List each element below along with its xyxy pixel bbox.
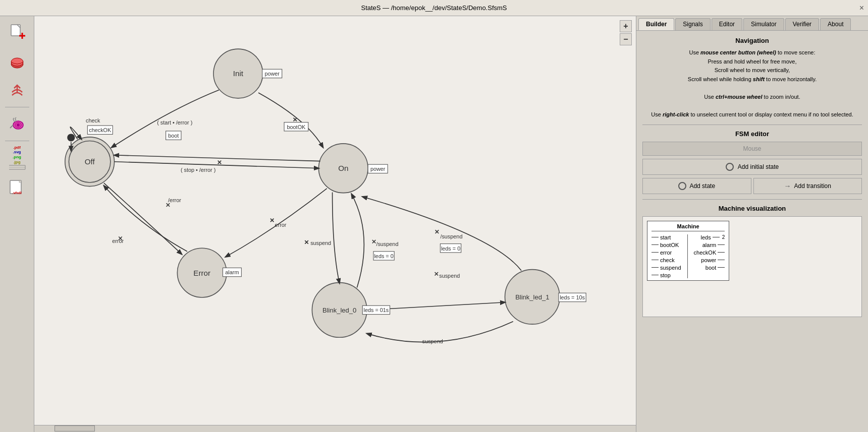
output-line-leds <box>713 237 720 237</box>
open-file-button[interactable] <box>4 47 31 75</box>
fsm-diagram[interactable]: Init Off On Error Blink_led_0 Blink_led_… <box>34 16 636 432</box>
tab-editor[interactable]: Editor <box>712 18 742 30</box>
label-error-on: error <box>275 222 287 228</box>
snail-tool-button[interactable] <box>4 110 31 138</box>
export-pdf-label: .pdf <box>13 145 21 150</box>
input-check: check <box>652 257 681 263</box>
add-transition-button[interactable]: → Add transition <box>753 178 862 194</box>
output-label-alarm: alarm <box>702 242 717 248</box>
title-bar: StateS — /home/epok__/dev/StateS/Demo.Sf… <box>0 0 868 16</box>
close-button[interactable]: × <box>859 4 864 13</box>
state-blink0-label: Blink_led_0 <box>322 306 356 314</box>
machine-signals: start bootOK error <box>652 234 725 278</box>
divider-2 <box>642 199 862 200</box>
export-image-button[interactable]: .pdf .svg .png .jpg <box>4 144 31 171</box>
state-transition-row: Add state → Add transition <box>642 178 862 194</box>
label-leds10s: leds = 10s <box>560 294 585 300</box>
input-line-start <box>652 237 659 237</box>
trans-init-off[interactable] <box>112 90 219 148</box>
label-suspend-b1: suspend <box>439 273 460 279</box>
svg-line-14 <box>15 117 16 118</box>
panel-content: Navigation Use mouse center button (whee… <box>636 31 868 432</box>
trans-blink0-on[interactable] <box>352 194 364 288</box>
input-label-error: error <box>660 250 672 256</box>
add-transition-label: Add transition <box>794 182 831 190</box>
state-init-label: Init <box>233 69 244 78</box>
scrollbar-thumb[interactable] <box>55 425 95 431</box>
divider-1 <box>642 125 862 125</box>
tab-verifier[interactable]: Verifier <box>785 18 819 30</box>
tab-about[interactable]: About <box>820 18 851 30</box>
output-label-power: power <box>701 257 716 263</box>
output-alarm: alarm <box>702 242 725 248</box>
mouse-tool-button[interactable]: Mouse <box>642 142 862 156</box>
output-num-leds: 2 <box>722 234 725 240</box>
nav-instructions: Use mouse center button (wheel) to move … <box>642 48 862 119</box>
canvas-area[interactable]: + − Init Off On <box>34 16 636 432</box>
tab-simulator[interactable]: Simulator <box>743 18 784 30</box>
save-button[interactable] <box>4 77 31 104</box>
output-leds: leds 2 <box>700 234 725 240</box>
label-suspend-on: suspend <box>310 240 331 246</box>
machine-divider-v <box>687 234 688 278</box>
input-line-error <box>652 252 659 253</box>
add-state-label: Add state <box>689 182 715 190</box>
tab-builder[interactable]: Builder <box>638 18 674 30</box>
outputs-column: leds 2 alarm checkOK <box>694 234 725 271</box>
add-initial-state-button[interactable]: Add initial state <box>642 159 862 175</box>
svg-point-5 <box>11 58 23 66</box>
label-alarm: alarm <box>225 269 239 275</box>
input-label-start: start <box>660 234 671 240</box>
window-title: StateS — /home/epok__/dev/StateS/Demo.Sf… <box>361 4 507 12</box>
input-label-bootok: bootOK <box>660 242 679 248</box>
output-line-boot <box>718 267 725 268</box>
label-bootok: bootOK <box>287 124 306 130</box>
output-label-leds: leds <box>700 234 711 240</box>
output-label-boot: boot <box>706 265 716 271</box>
input-label-stop: stop <box>660 272 671 278</box>
tab-signals[interactable]: Signals <box>675 18 710 30</box>
label-leds0-blink0: leds = 0 <box>374 253 393 259</box>
svg-line-11 <box>13 119 15 122</box>
export-vhdl-button[interactable]: .vhdl <box>4 173 31 201</box>
fsm-editor-title: FSM editor <box>642 130 862 138</box>
output-line-power <box>718 260 725 260</box>
label-suspendb1: /suspend <box>440 233 462 239</box>
label-leds0-b1: leds = 0 <box>441 245 460 252</box>
input-error: error <box>652 250 681 256</box>
scrollbar-horizontal[interactable] <box>34 425 636 432</box>
output-line-checkok <box>718 252 725 253</box>
add-state-button[interactable]: Add state <box>642 178 751 194</box>
input-label-suspend: suspend <box>660 265 681 271</box>
navigation-title: Navigation <box>642 37 862 44</box>
trans-init-on[interactable] <box>258 93 323 148</box>
input-bootok: bootOK <box>652 242 681 248</box>
new-file-button[interactable] <box>4 18 31 45</box>
svg-line-13 <box>15 118 16 121</box>
left-toolbar: .pdf .svg .png .jpg .vhdl <box>0 16 34 432</box>
svg-rect-18 <box>19 180 21 182</box>
output-boot: boot <box>706 265 725 271</box>
label-check: check <box>86 117 100 124</box>
export-vhdl-label: .vhdl <box>12 191 22 195</box>
initial-state-icon <box>726 163 734 171</box>
trans-on-blink0[interactable] <box>333 193 340 283</box>
label-suspend-bottom: suspend <box>422 338 443 344</box>
state-off-label: Off <box>85 157 95 166</box>
trans-off-on[interactable] <box>115 162 319 168</box>
label-leds01s: leds = 01s <box>364 307 389 313</box>
input-suspend: suspend <box>652 265 681 271</box>
state-blink1-label: Blink_led_1 <box>515 293 549 301</box>
export-jpg-label: .jpg <box>13 160 20 165</box>
input-line-check <box>652 260 659 260</box>
label-suspend-blink0: /suspend <box>376 241 398 247</box>
separator-2 <box>5 141 29 141</box>
label-checkok: checkOK <box>89 127 112 133</box>
label-power-init: power <box>264 71 280 77</box>
zoom-out-button[interactable]: − <box>620 33 632 45</box>
trans-on-off[interactable] <box>115 155 320 161</box>
machine-box-title: Machine <box>652 223 725 231</box>
input-stop: stop <box>652 272 681 278</box>
zoom-in-button[interactable]: + <box>620 20 632 32</box>
output-line-alarm <box>718 244 725 245</box>
